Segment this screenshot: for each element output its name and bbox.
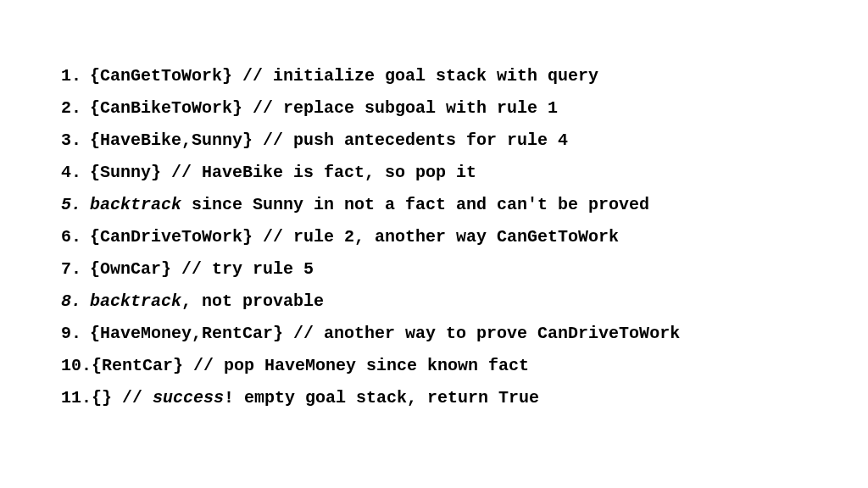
separator: // [242, 98, 283, 118]
separator: // [171, 259, 212, 279]
step-number: 9. [61, 322, 90, 345]
step-body: {} // success! empty goal stack, return … [92, 386, 807, 409]
comment: ! empty goal stack, return True [224, 388, 539, 408]
step-body: {HaveMoney,RentCar} // another way to pr… [90, 322, 807, 345]
separator: // [183, 356, 224, 375]
step-number: 3. [61, 129, 90, 152]
step-4: 4. {Sunny} // HaveBike is fact, so pop i… [61, 161, 807, 184]
goal-stack: {} [92, 388, 112, 408]
comment: rule 2, another way CanGetToWork [293, 227, 619, 247]
goal-stack: {HaveMoney,RentCar} [90, 324, 283, 343]
goal-stack: {OwnCar} [90, 259, 171, 279]
comment: pop HaveMoney since known fact [224, 356, 529, 375]
step-body: {CanGetToWork} // initialize goal stack … [90, 64, 807, 87]
step-number: 10. [61, 354, 92, 377]
step-number: 4. [61, 161, 90, 184]
step-3: 3. {HaveBike,Sunny} // push antecedents … [61, 129, 807, 152]
step-9: 9. {HaveMoney,RentCar} // another way to… [61, 322, 807, 345]
goal-stack: {RentCar} [92, 356, 183, 375]
trace-list: 1. {CanGetToWork} // initialize goal sta… [0, 0, 868, 409]
step-body: {CanDriveToWork} // rule 2, another way … [90, 225, 807, 248]
separator: // [253, 130, 293, 150]
comment: , not provable [181, 291, 324, 311]
step-body: {OwnCar} // try rule 5 [90, 258, 807, 280]
success-label: success [153, 388, 224, 408]
step-number: 8. [61, 290, 90, 313]
step-body: backtrack, not provable [90, 290, 807, 313]
step-number: 6. [61, 225, 90, 248]
goal-stack: {CanBikeToWork} [90, 98, 242, 118]
step-body: {HaveBike,Sunny} // push antecedents for… [90, 129, 807, 152]
comment: since Sunny in not a fact and can't be p… [181, 195, 649, 214]
step-number: 7. [61, 258, 90, 280]
goal-stack: {CanDriveToWork} [90, 227, 253, 247]
step-body: {CanBikeToWork} // replace subgoal with … [90, 97, 807, 119]
step-body: {RentCar} // pop HaveMoney since known f… [92, 354, 807, 377]
goal-stack: {CanGetToWork} [90, 66, 232, 86]
comment: HaveBike is fact, so pop it [202, 163, 476, 182]
step-5: 5. backtrack since Sunny in not a fact a… [61, 193, 807, 216]
separator: // [112, 388, 153, 408]
separator: // [232, 66, 273, 86]
backtrack-label: backtrack [90, 195, 181, 214]
backtrack-label: backtrack [90, 291, 181, 311]
comment: replace subgoal with rule 1 [283, 98, 558, 118]
comment: another way to prove CanDriveToWork [324, 324, 680, 343]
goal-stack: {Sunny} [90, 163, 161, 182]
separator: // [283, 324, 324, 343]
step-11: 11. {} // success! empty goal stack, ret… [61, 386, 807, 409]
separator: // [161, 163, 202, 182]
step-number: 5. [61, 193, 90, 216]
goal-stack: {HaveBike,Sunny} [90, 130, 253, 150]
separator: // [253, 227, 293, 247]
step-2: 2. {CanBikeToWork} // replace subgoal wi… [61, 97, 807, 119]
step-6: 6. {CanDriveToWork} // rule 2, another w… [61, 225, 807, 248]
comment: try rule 5 [212, 259, 314, 279]
comment: push antecedents for rule 4 [293, 130, 568, 150]
step-10: 10. {RentCar} // pop HaveMoney since kno… [61, 354, 807, 377]
step-1: 1. {CanGetToWork} // initialize goal sta… [61, 64, 807, 87]
step-number: 1. [61, 64, 90, 87]
step-number: 2. [61, 97, 90, 119]
comment: initialize goal stack with query [273, 66, 598, 86]
step-body: {Sunny} // HaveBike is fact, so pop it [90, 161, 807, 184]
step-body: backtrack since Sunny in not a fact and … [90, 193, 807, 216]
step-8: 8. backtrack, not provable [61, 290, 807, 313]
step-number: 11. [61, 386, 92, 409]
step-7: 7. {OwnCar} // try rule 5 [61, 258, 807, 280]
